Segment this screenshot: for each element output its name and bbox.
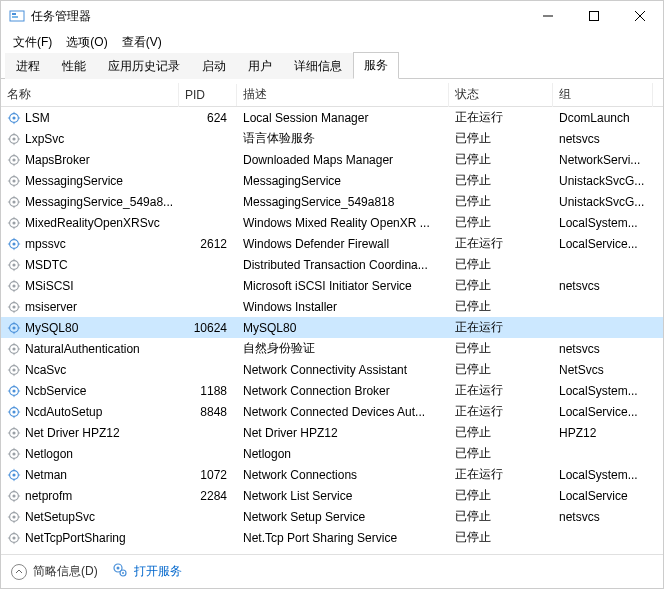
cell-group: LocalService... xyxy=(553,403,653,421)
window-title: 任务管理器 xyxy=(31,8,525,25)
close-button[interactable] xyxy=(617,1,663,31)
table-row[interactable]: MessagingServiceMessagingService已停止Unist… xyxy=(1,170,663,191)
table-row[interactable]: Net Driver HPZ12Net Driver HPZ12已停止HPZ12 xyxy=(1,422,663,443)
menu-file[interactable]: 文件(F) xyxy=(7,32,58,53)
cell-group: UnistackSvcG... xyxy=(553,193,653,211)
table-header: 名称 PID 描述 状态 组 xyxy=(1,83,663,107)
cell-status: 已停止 xyxy=(449,212,553,233)
tab-performance[interactable]: 性能 xyxy=(51,53,97,79)
window-controls xyxy=(525,1,663,31)
tab-startup[interactable]: 启动 xyxy=(191,53,237,79)
cell-status: 已停止 xyxy=(449,338,553,359)
col-header-desc[interactable]: 描述 xyxy=(237,83,449,107)
cell-desc: Network List Service xyxy=(237,487,449,505)
cell-pid xyxy=(179,179,237,183)
table-row[interactable]: msiserverWindows Installer已停止 xyxy=(1,296,663,317)
cell-desc: 自然身份验证 xyxy=(237,338,449,359)
cell-desc: MessagingService xyxy=(237,172,449,190)
tab-services[interactable]: 服务 xyxy=(353,52,399,79)
svg-point-38 xyxy=(12,221,15,224)
cell-group: netsvcs xyxy=(553,130,653,148)
menu-view[interactable]: 查看(V) xyxy=(116,32,168,53)
cell-name: Netman xyxy=(1,466,179,484)
table-row[interactable]: MSDTCDistributed Transaction Coordina...… xyxy=(1,254,663,275)
cell-group: LocalService xyxy=(553,487,653,505)
cell-group: LocalSystem... xyxy=(553,214,653,232)
cell-pid: 1072 xyxy=(179,466,237,484)
minimize-button[interactable] xyxy=(525,1,571,31)
cell-desc: Net.Tcp Port Sharing Service xyxy=(237,529,449,547)
svg-point-116 xyxy=(12,494,15,497)
cell-group xyxy=(553,326,653,330)
cell-status: 已停止 xyxy=(449,422,553,443)
table-row[interactable]: NaturalAuthentication自然身份验证已停止netsvcs xyxy=(1,338,663,359)
cell-group: LocalSystem... xyxy=(553,466,653,484)
menubar: 文件(F) 选项(O) 查看(V) xyxy=(1,31,663,53)
open-services-button[interactable]: 打开服务 xyxy=(112,562,182,581)
table-row[interactable]: netprofm2284Network List Service已停止Local… xyxy=(1,485,663,506)
cell-name: NcbService xyxy=(1,382,179,400)
cell-pid: 8848 xyxy=(179,403,237,421)
brief-info-button[interactable]: 简略信息(D) xyxy=(11,563,98,580)
cell-status: 已停止 xyxy=(449,359,553,380)
cell-desc: Netlogon xyxy=(237,445,449,463)
svg-point-14 xyxy=(12,137,15,140)
col-header-name[interactable]: 名称 xyxy=(1,83,179,107)
cell-group: DcomLaunch xyxy=(553,109,653,127)
tab-users[interactable]: 用户 xyxy=(237,53,283,79)
cell-name: LSM xyxy=(1,109,179,127)
cell-desc: Net Driver HPZ12 xyxy=(237,424,449,442)
tab-details[interactable]: 详细信息 xyxy=(283,53,353,79)
table-row[interactable]: LSM624Local Session Manager正在运行DcomLaunc… xyxy=(1,107,663,128)
table-row[interactable]: NetTcpPortSharingNet.Tcp Port Sharing Se… xyxy=(1,527,663,548)
table-body[interactable]: LSM624Local Session Manager正在运行DcomLaunc… xyxy=(1,107,663,554)
cell-name: NcaSvc xyxy=(1,361,179,379)
cell-name: MixedRealityOpenXRSvc xyxy=(1,214,179,232)
svg-point-56 xyxy=(12,284,15,287)
svg-point-98 xyxy=(12,431,15,434)
table-row[interactable]: NcbService1188Network Connection Broker正… xyxy=(1,380,663,401)
cell-group xyxy=(553,452,653,456)
cell-group: netsvcs xyxy=(553,508,653,526)
tab-processes[interactable]: 进程 xyxy=(5,53,51,79)
cell-pid xyxy=(179,263,237,267)
table-row[interactable]: MessagingService_549a8...MessagingServic… xyxy=(1,191,663,212)
col-header-status[interactable]: 状态 xyxy=(449,83,553,107)
cell-desc: Windows Mixed Reality OpenXR ... xyxy=(237,214,449,232)
cell-name: netprofm xyxy=(1,487,179,505)
table-row[interactable]: MySQL8010624MySQL80正在运行 xyxy=(1,317,663,338)
col-header-group[interactable]: 组 xyxy=(553,83,653,107)
cell-group: LocalService... xyxy=(553,235,653,253)
svg-point-136 xyxy=(122,572,124,574)
cell-pid: 2612 xyxy=(179,235,237,253)
svg-point-44 xyxy=(12,242,15,245)
cell-pid xyxy=(179,284,237,288)
cell-group: LocalSystem... xyxy=(553,382,653,400)
cell-desc: Distributed Transaction Coordina... xyxy=(237,256,449,274)
cell-pid xyxy=(179,305,237,309)
cell-status: 正在运行 xyxy=(449,233,553,254)
menu-options[interactable]: 选项(O) xyxy=(60,32,113,53)
table-row[interactable]: mpssvc2612Windows Defender Firewall正在运行L… xyxy=(1,233,663,254)
cell-name: NetTcpPortSharing xyxy=(1,529,179,547)
col-header-pid[interactable]: PID xyxy=(179,84,237,106)
table-row[interactable]: NetSetupSvcNetwork Setup Service已停止netsv… xyxy=(1,506,663,527)
cell-name: MessagingService xyxy=(1,172,179,190)
table-row[interactable]: LxpSvc语言体验服务已停止netsvcs xyxy=(1,128,663,149)
table-row[interactable]: MixedRealityOpenXRSvcWindows Mixed Reali… xyxy=(1,212,663,233)
tab-app-history[interactable]: 应用历史记录 xyxy=(97,53,191,79)
cell-status: 已停止 xyxy=(449,275,553,296)
services-icon xyxy=(112,562,128,581)
maximize-button[interactable] xyxy=(571,1,617,31)
open-services-label: 打开服务 xyxy=(134,563,182,580)
svg-point-62 xyxy=(12,305,15,308)
cell-desc: Windows Defender Firewall xyxy=(237,235,449,253)
table-row[interactable]: Netman1072Network Connections正在运行LocalSy… xyxy=(1,464,663,485)
cell-status: 已停止 xyxy=(449,191,553,212)
table-row[interactable]: MapsBrokerDownloaded Maps Manager已停止Netw… xyxy=(1,149,663,170)
svg-point-134 xyxy=(116,567,119,570)
table-row[interactable]: NcdAutoSetup8848Network Connected Device… xyxy=(1,401,663,422)
table-row[interactable]: NetlogonNetlogon已停止 xyxy=(1,443,663,464)
table-row[interactable]: NcaSvcNetwork Connectivity Assistant已停止N… xyxy=(1,359,663,380)
table-row[interactable]: MSiSCSIMicrosoft iSCSI Initiator Service… xyxy=(1,275,663,296)
